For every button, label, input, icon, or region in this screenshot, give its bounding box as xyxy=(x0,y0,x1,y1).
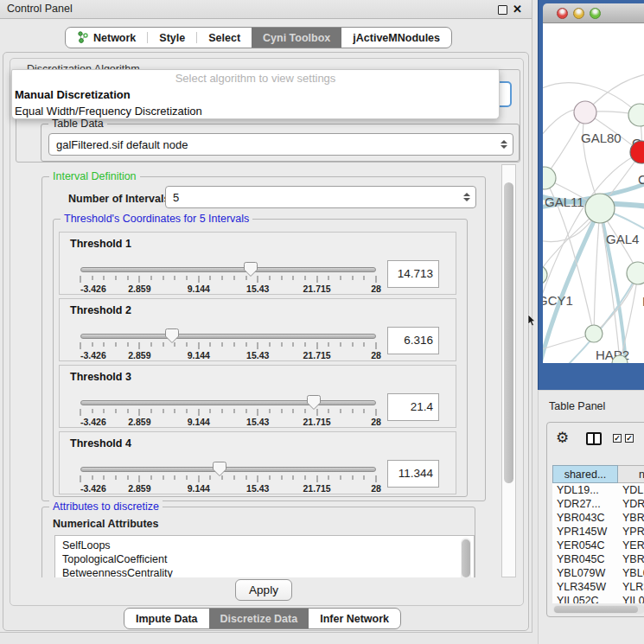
window-zoom-icon[interactable] xyxy=(590,8,601,19)
slider-tick xyxy=(187,409,188,413)
slider-tick xyxy=(127,475,128,480)
slider-tick xyxy=(340,342,341,347)
threshold-2-tick-labels: -3.4262.8599.14415.4321.71528 xyxy=(80,350,376,360)
slider-tick xyxy=(316,342,317,349)
combo-spinner-icon xyxy=(501,140,507,149)
network-canvas[interactable]: GAL80GACGAL11GAL4GCY1HHAP2 xyxy=(543,23,644,363)
cyni-tab-content: Discretization Algorithm Table Data galF… xyxy=(3,52,529,631)
table-horizontal-scrollbar[interactable] xyxy=(553,605,644,614)
table-row[interactable]: YER054CYER0 xyxy=(552,539,644,552)
slider-tick xyxy=(364,475,365,480)
window-minimize-icon[interactable] xyxy=(573,8,584,19)
slider-tick xyxy=(139,475,140,482)
table-data-combobox[interactable]: galFiltered.sif default node xyxy=(48,133,513,156)
slider-tick xyxy=(376,409,377,416)
node-table-rows: YDL19...YDL1YDR27...YDR2YBR043CYBR0YPR14… xyxy=(552,483,644,603)
checkbox-checked-icon[interactable]: ✓ xyxy=(625,434,634,443)
attribute-list-item[interactable]: BetweennessCentrality xyxy=(55,566,474,577)
attribute-list-item[interactable]: TopologicalCoefficient xyxy=(55,552,474,566)
table-row[interactable]: YPR145WYPR1 xyxy=(552,525,644,539)
settings-scrollbar[interactable] xyxy=(501,164,516,577)
slider-tick xyxy=(151,409,152,413)
gear-icon[interactable]: ⚙ xyxy=(556,430,569,447)
slider-tick xyxy=(222,409,223,413)
threshold-2-slider-thumb[interactable] xyxy=(165,328,179,344)
attribute-list-item[interactable]: SelfLoops xyxy=(55,536,474,552)
close-icon[interactable]: ✕ xyxy=(513,2,522,17)
slider-tick xyxy=(80,276,81,283)
tab-impute-data[interactable]: Impute Data xyxy=(124,609,209,628)
table-panel-title: Table Panel xyxy=(549,400,605,412)
threshold-3-label: Threshold 3 xyxy=(70,371,131,383)
tab-jactivemnodules[interactable]: jActiveMNodules xyxy=(341,28,451,48)
cell-name: YDL1 xyxy=(618,483,644,497)
slider-tick xyxy=(139,342,140,349)
table-row[interactable]: YLR345WYLR3 xyxy=(552,580,644,594)
slider-tick xyxy=(116,475,117,480)
threshold-3-value-field[interactable]: 21.4 xyxy=(387,393,439,421)
node-table: shared... name YDL19...YDL1YDR27...YDR2Y… xyxy=(552,465,644,603)
threshold-1-value-field[interactable]: 14.713 xyxy=(387,260,439,288)
threshold-4-value-field[interactable]: 11.344 xyxy=(387,460,439,488)
checkbox-checked-icon[interactable]: ✓ xyxy=(613,434,622,443)
threshold-3-tick-labels: -3.4262.8599.14415.4321.71528 xyxy=(80,417,376,427)
column-header-name[interactable]: name xyxy=(618,465,644,483)
slider-tick xyxy=(233,276,234,280)
attributes-list-scrollbar[interactable] xyxy=(461,538,471,577)
slider-tick xyxy=(233,475,234,480)
threshold-2-slider-track[interactable] xyxy=(80,334,376,339)
slider-tick xyxy=(222,276,223,280)
threshold-3-ticks xyxy=(80,409,376,417)
cell-shared-name: YBR045C xyxy=(552,552,618,566)
tab-select[interactable]: Select xyxy=(197,28,252,48)
algorithm-dropdown-placeholder[interactable]: Select algorithm to view settings xyxy=(12,70,499,86)
network-node[interactable] xyxy=(627,262,644,284)
network-node[interactable] xyxy=(585,325,603,342)
slider-tick-label: 2.859 xyxy=(128,417,150,427)
threshold-1-slider-thumb[interactable] xyxy=(244,261,258,277)
slider-tick-label: -3.426 xyxy=(80,350,106,360)
tab-style[interactable]: Style xyxy=(148,28,196,48)
slider-tick xyxy=(340,409,341,413)
table-row[interactable]: YBR043CYBR0 xyxy=(552,511,644,525)
slider-tick-label: 2.859 xyxy=(128,350,150,360)
network-window-titlebar[interactable] xyxy=(543,3,644,23)
table-row[interactable]: YBR045CYBR0 xyxy=(552,552,644,566)
column-header-shared-name[interactable]: shared... xyxy=(552,465,618,483)
numerical-attributes-list[interactable]: SelfLoopsTopologicalCoefficientBetweenne… xyxy=(54,535,475,577)
threshold-1-ticks xyxy=(80,276,376,284)
algorithm-option-equal-width[interactable]: Equal Width/Frequency Discretization xyxy=(12,103,499,119)
tab-cyni-toolbox[interactable]: Cyni Toolbox xyxy=(252,28,341,48)
threshold-4-slider-thumb[interactable] xyxy=(213,461,226,477)
threshold-3-slider-thumb[interactable] xyxy=(307,394,321,411)
settings-viewport: Interval Definition Number of Intervals … xyxy=(14,164,498,577)
tab-jactivemnodules-label: jActiveMNodules xyxy=(353,32,440,44)
window-close-icon[interactable] xyxy=(557,8,568,19)
tab-network[interactable]: Network xyxy=(66,28,147,48)
algorithm-option-manual[interactable]: Manual Discretization xyxy=(12,86,499,103)
split-columns-icon[interactable] xyxy=(586,432,602,445)
number-of-intervals-combobox[interactable]: 5 xyxy=(165,186,476,208)
network-node[interactable] xyxy=(543,167,556,189)
slider-tick xyxy=(293,475,294,480)
table-row[interactable]: YDR27...YDR2 xyxy=(552,497,644,511)
threshold-4-slider-track[interactable] xyxy=(80,467,376,472)
float-icon[interactable] xyxy=(498,5,507,15)
tab-discretize-data[interactable]: Discretize Data xyxy=(209,609,309,628)
tab-infer-network[interactable]: Infer Network xyxy=(309,609,400,628)
threshold-3-slider-track[interactable] xyxy=(80,400,376,405)
apply-button[interactable]: Apply xyxy=(235,579,292,601)
threshold-2-value-field[interactable]: 6.316 xyxy=(387,327,439,354)
threshold-1-slider-track[interactable] xyxy=(80,267,376,272)
slider-tick xyxy=(198,409,199,416)
network-node[interactable] xyxy=(574,101,596,124)
mouse-cursor xyxy=(527,315,536,327)
network-view-window[interactable]: GAL80GACGAL11GAL4GCY1HHAP2 xyxy=(538,0,644,390)
slider-tick xyxy=(352,276,353,280)
network-node[interactable] xyxy=(585,194,615,223)
cell-name: YER0 xyxy=(618,539,644,552)
table-row[interactable]: YIL052CYIL0 xyxy=(552,594,644,603)
slider-tick xyxy=(127,409,128,413)
table-row[interactable]: YBL079WYBL0 xyxy=(552,566,644,580)
table-row[interactable]: YDL19...YDL1 xyxy=(552,483,644,497)
